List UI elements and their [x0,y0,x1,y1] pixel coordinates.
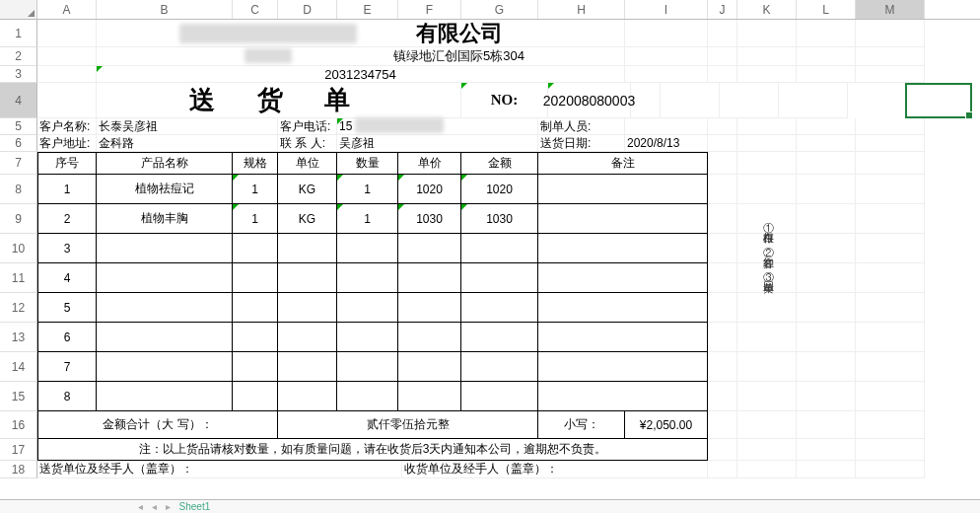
cell-unit[interactable] [278,234,337,263]
col-M[interactable]: M [856,0,925,19]
col-D[interactable]: D [278,0,337,19]
cell-name[interactable] [97,263,233,293]
maker-value[interactable] [625,118,708,135]
cust-name-value[interactable]: 长泰吴彦祖 [97,118,278,135]
row-5[interactable]: 5 [0,118,37,135]
col-B[interactable]: B [97,0,233,19]
cell-remark[interactable] [538,175,708,204]
cell-amount[interactable] [461,323,538,352]
cell-qty[interactable] [337,293,398,323]
col-H[interactable]: H [538,0,625,19]
cell-seq[interactable]: 2 [37,204,97,234]
cust-addr-value[interactable]: 金科路 [97,135,278,152]
cell-amount[interactable] [461,382,538,411]
cell-amount[interactable]: 1030 [461,204,538,234]
cell-amount[interactable] [461,352,538,382]
cell-name[interactable] [97,323,233,352]
row-2[interactable]: 2 [0,47,37,66]
row-18[interactable]: 18 [0,461,37,478]
cell-qty[interactable]: 1 [337,175,398,204]
cell-seq[interactable]: 6 [37,323,97,352]
cell-name[interactable] [97,234,233,263]
row-13[interactable]: 13 [0,323,37,352]
cell-spec[interactable]: 1 [233,175,278,204]
cell-name[interactable]: 植物丰胸 [97,204,233,234]
cell-seq[interactable]: 8 [37,382,97,411]
cell-remark[interactable] [538,204,708,234]
row-7[interactable]: 7 [0,152,37,175]
row-17[interactable]: 17 [0,439,37,461]
cell-price[interactable] [398,263,461,293]
ship-date-value[interactable]: 2020/8/13 [625,135,708,152]
cell-amount[interactable] [461,293,538,323]
row-1[interactable]: 1 [0,20,37,47]
cell-remark[interactable] [538,323,708,352]
cell-amount[interactable]: 1020 [461,175,538,204]
col-K[interactable]: K [737,0,797,19]
cell-price[interactable]: 1020 [398,175,461,204]
cell-amount[interactable] [461,234,538,263]
cell-name[interactable]: 植物祛痘记 [97,175,233,204]
cell-unit[interactable] [278,323,337,352]
col-L[interactable]: L [797,0,856,19]
cell-spec[interactable]: 1 [233,204,278,234]
row-9[interactable]: 9 [0,204,37,234]
cell-qty[interactable] [337,323,398,352]
cell-unit[interactable] [278,352,337,382]
cell-spec[interactable] [233,382,278,411]
row-12[interactable]: 12 [0,293,37,323]
cell-qty[interactable] [337,382,398,411]
cell-remark[interactable] [538,352,708,382]
cell-remark[interactable] [538,263,708,293]
cell-price[interactable]: 1030 [398,204,461,234]
col-G[interactable]: G [461,0,538,19]
cell-name[interactable] [97,352,233,382]
cell-remark[interactable] [538,293,708,323]
cell-price[interactable] [398,234,461,263]
cell-unit[interactable] [278,263,337,293]
row-14[interactable]: 14 [0,352,37,382]
contact-value[interactable]: 吴彦祖 [337,135,538,152]
row-3[interactable]: 3 [0,66,37,83]
cell-spec[interactable] [233,293,278,323]
cell-seq[interactable]: 7 [37,352,97,382]
cell-name[interactable] [97,382,233,411]
col-A[interactable]: A [37,0,97,19]
col-I[interactable]: I [625,0,708,19]
row-6[interactable]: 6 [0,135,37,152]
col-J[interactable]: J [708,0,737,19]
cell-seq[interactable]: 4 [37,263,97,293]
col-C[interactable]: C [233,0,278,19]
cell-remark[interactable] [538,234,708,263]
cust-phone-value[interactable]: 15 [337,118,538,135]
cell-qty[interactable] [337,263,398,293]
cell-price[interactable] [398,382,461,411]
cell-seq[interactable]: 3 [37,234,97,263]
cell-qty[interactable] [337,352,398,382]
sheet-tabs[interactable]: ◂ ◂ ▸ Sheet1 [0,499,980,513]
cell-spec[interactable] [233,323,278,352]
cell-unit[interactable] [278,382,337,411]
col-F[interactable]: F [398,0,461,19]
cell-price[interactable] [398,293,461,323]
cell-unit[interactable]: KG [278,204,337,234]
col-E[interactable]: E [337,0,398,19]
row-15[interactable]: 15 [0,382,37,411]
cell-remark[interactable] [538,382,708,411]
cell-name[interactable] [97,293,233,323]
row-4[interactable]: 4 [0,83,37,118]
cell-price[interactable] [398,323,461,352]
cell-unit[interactable]: KG [278,175,337,204]
cell-spec[interactable] [233,352,278,382]
cell-unit[interactable] [278,293,337,323]
cell-spec[interactable] [233,263,278,293]
select-all-corner[interactable] [0,0,37,19]
tab-nav-icons[interactable]: ◂ ◂ ▸ [138,501,174,512]
cell-qty[interactable] [337,234,398,263]
cell-qty[interactable]: 1 [337,204,398,234]
row-8[interactable]: 8 [0,175,37,204]
cell-seq[interactable]: 5 [37,293,97,323]
cell-amount[interactable] [461,263,538,293]
row-16[interactable]: 16 [0,411,37,439]
cell-seq[interactable]: 1 [37,175,97,204]
